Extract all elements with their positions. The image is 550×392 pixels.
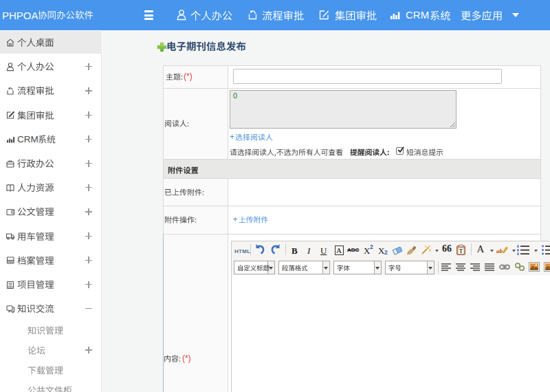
svg-text:ab: ab	[496, 248, 503, 254]
svg-text:T: T	[459, 248, 463, 254]
